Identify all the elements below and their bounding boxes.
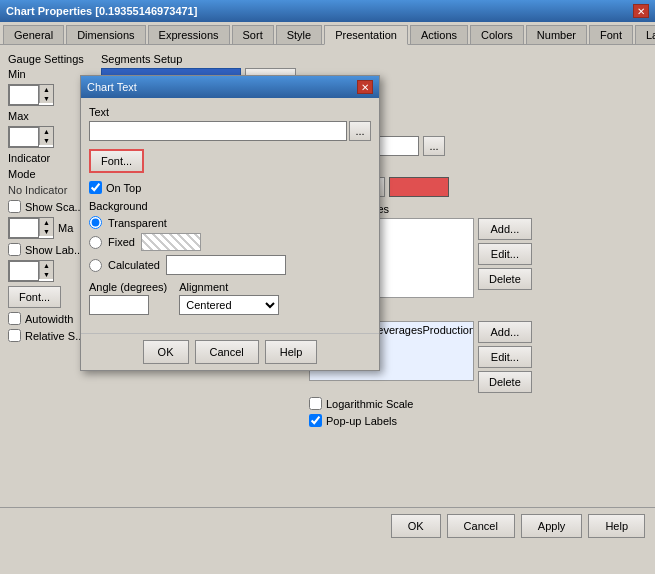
modal-title-bar: Chart Text ✕ [81,76,379,98]
labels-spinbox[interactable]: 0 ▲ ▼ [8,260,54,282]
bottom-bar: OK Cancel Apply Help [0,507,655,543]
fixed-color-swatch[interactable] [141,233,201,251]
max-spinbox[interactable]: 1 ▲ ▼ [8,126,54,148]
edit-ref-button[interactable]: Edit... [478,243,532,265]
alignment-label: Alignment [179,281,279,293]
show-labels-checkbox[interactable] [8,243,21,256]
alignment-select[interactable]: Centered [179,295,279,315]
angle-label: Angle (degrees) [89,281,167,293]
calculated-input[interactable] [166,255,286,275]
window-close-button[interactable]: ✕ [633,4,649,18]
title-bar: Chart Properties [0.19355146973471] ✕ [0,0,655,22]
show-scale-checkbox[interactable] [8,200,21,213]
on-top-checkbox[interactable] [89,181,102,194]
tab-actions[interactable]: Actions [410,25,468,44]
modal-footer: OK Cancel Help [81,333,379,370]
background-label: Background [89,200,371,212]
ma-label: Ma [58,222,73,234]
chart-text-modal: Chart Text ✕ Text =num(sum(BeveragesProd… [80,75,380,371]
modal-cancel-button[interactable]: Cancel [195,340,259,364]
modal-ok-button[interactable]: OK [143,340,189,364]
labels-input[interactable]: 0 [9,261,39,281]
popup-labels-checkbox[interactable] [309,414,322,427]
tab-style[interactable]: Style [276,25,322,44]
transparent-label: Transparent [108,217,167,229]
min-input[interactable]: 0 [9,85,39,105]
show-labels-label: Show Lab... [25,244,83,256]
modal-title: Chart Text [87,81,137,93]
calculated-radio[interactable] [89,259,102,272]
fixed-radio[interactable] [89,236,102,249]
calculated-label: Calculated [108,259,160,271]
max-spin-down[interactable]: ▼ [39,136,53,145]
tabs-bar: General Dimensions Expressions Sort Styl… [0,22,655,45]
min-spin-down[interactable]: ▼ [39,94,53,103]
fixed-label: Fixed [108,236,135,248]
autowidth-label: Autowidth [25,313,73,325]
add-text-button[interactable]: Add... [478,321,532,343]
label-ellipsis-button[interactable]: ... [423,136,445,156]
modal-close-button[interactable]: ✕ [357,80,373,94]
tab-general[interactable]: General [3,25,64,44]
indicator-label: Indicator [8,152,50,164]
delete-ref-button[interactable]: Delete [478,268,532,290]
segments-label: Segments Setup [101,53,647,65]
max-label: Max [8,110,29,122]
modal-body: Text =num(sum(BeveragesProduction)/sum(B… [81,98,379,333]
relative-label: Relative S... [25,330,84,342]
tab-colors[interactable]: Colors [470,25,524,44]
text-field-label: Text [89,106,371,118]
delete-text-button[interactable]: Delete [478,371,532,393]
apply-button[interactable]: Apply [521,514,583,538]
color-swatch[interactable] [389,177,449,197]
min-label: Min [8,68,26,80]
transparent-radio[interactable] [89,216,102,229]
max-input[interactable]: 1 [9,127,39,147]
scale-input[interactable]: 6 [9,218,39,238]
gauge-settings-label: Gauge Settings [8,53,93,65]
tab-layout[interactable]: Layout [635,25,655,44]
tab-expressions[interactable]: Expressions [148,25,230,44]
min-spinbox[interactable]: 0 ▲ ▼ [8,84,54,106]
tab-presentation[interactable]: Presentation [324,25,408,45]
window-title: Chart Properties [0.19355146973471] [6,5,197,17]
tab-number[interactable]: Number [526,25,587,44]
edit-text-button[interactable]: Edit... [478,346,532,368]
mode-label: Mode [8,168,36,180]
autowidth-checkbox[interactable] [8,312,21,325]
help-button[interactable]: Help [588,514,645,538]
text-ellipsis-button[interactable]: ... [349,121,371,141]
no-indicator-text: No Indicator [8,184,67,196]
min-spin-up[interactable]: ▲ [39,85,53,94]
scale-up[interactable]: ▲ [39,218,53,227]
labels-down[interactable]: ▼ [39,270,53,279]
add-ref-button[interactable]: Add... [478,218,532,240]
tab-dimensions[interactable]: Dimensions [66,25,145,44]
text-input[interactable]: =num(sum(BeveragesProduction)/sum(Bev... [89,121,347,141]
tab-sort[interactable]: Sort [232,25,274,44]
modal-help-button[interactable]: Help [265,340,318,364]
labels-up[interactable]: ▲ [39,261,53,270]
tab-font[interactable]: Font [589,25,633,44]
logarithmic-label: Logarithmic Scale [326,398,413,410]
logarithmic-checkbox[interactable] [309,397,322,410]
scale-down[interactable]: ▼ [39,227,53,236]
popup-labels-label: Pop-up Labels [326,415,397,427]
modal-font-button[interactable]: Font... [89,149,144,173]
scale-spinbox[interactable]: 6 ▲ ▼ [8,217,54,239]
max-spin-up[interactable]: ▲ [39,127,53,136]
relative-checkbox[interactable] [8,329,21,342]
angle-input[interactable]: 0 [89,295,149,315]
on-top-label: On Top [106,182,141,194]
show-scale-label: Show Sca... [25,201,84,213]
ok-button[interactable]: OK [391,514,441,538]
cancel-button[interactable]: Cancel [447,514,515,538]
font-button[interactable]: Font... [8,286,61,308]
